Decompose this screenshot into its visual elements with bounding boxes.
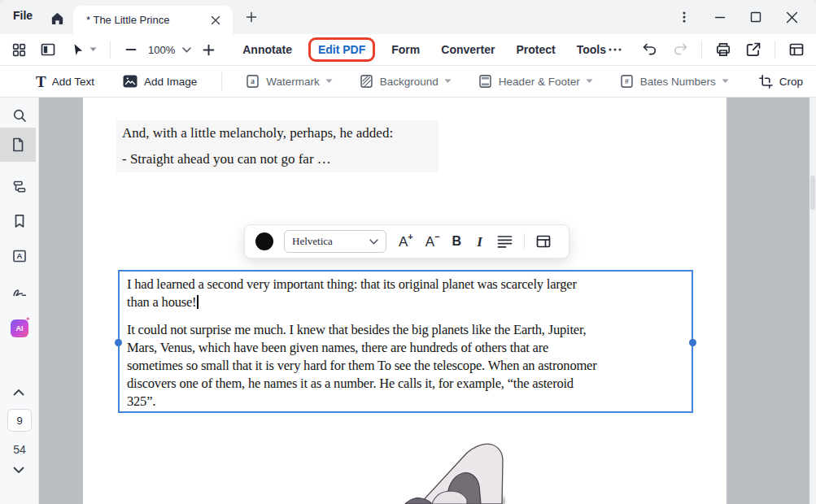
divider	[524, 233, 525, 250]
home-button[interactable]	[47, 8, 67, 28]
properties-panel-icon	[535, 233, 552, 250]
tab-edit-pdf[interactable]: Edit PDF	[308, 37, 375, 62]
tab-converter[interactable]: Converter	[441, 43, 495, 56]
resize-handle-left[interactable]	[115, 339, 122, 346]
tab-protect[interactable]: Protect	[516, 43, 555, 56]
grid-view-button[interactable]	[11, 42, 27, 58]
edit-toolbar: T Add Text Add Image a Watermark Backgro…	[0, 66, 816, 98]
search-button[interactable]	[11, 107, 28, 124]
current-page-input[interactable]: 9	[7, 409, 32, 432]
doc-text-line: 325”.	[127, 393, 684, 411]
watermark-icon: a	[245, 73, 260, 89]
minus-icon	[125, 44, 137, 55]
doc-text-line: - Straight ahead you can not go far …	[116, 146, 439, 172]
previous-page-button[interactable]	[13, 385, 26, 393]
crop-label: Crop	[779, 76, 803, 88]
sidebar-item-bookmarks[interactable]	[11, 213, 28, 229]
home-icon	[50, 11, 65, 26]
maximize-button[interactable]	[738, 0, 774, 34]
resize-handle-right[interactable]	[689, 339, 696, 346]
bates-numbers-icon: #	[619, 73, 635, 89]
doc-text-line: And, with a little melancholy, perhaps, …	[116, 120, 439, 146]
zoom-out-button[interactable]	[125, 44, 137, 55]
italic-button[interactable]: I	[477, 235, 482, 249]
crop-icon	[758, 74, 774, 89]
font-family-select[interactable]: Helvetica	[284, 230, 386, 253]
tab-annotate[interactable]: Annotate	[242, 43, 292, 56]
bates-numbers-button[interactable]: # Bates Numbers	[619, 73, 729, 89]
search-icon	[11, 107, 28, 124]
doc-text-line: sometimes so small that it is very hard …	[127, 357, 684, 375]
maximize-icon	[750, 11, 761, 23]
page-thumbnails-icon	[10, 137, 26, 153]
increase-font-button[interactable]: A+	[399, 235, 413, 249]
ai-icon: AI	[16, 324, 24, 332]
properties-panel-button[interactable]	[535, 233, 552, 250]
header-footer-button[interactable]: Header & Footer	[478, 73, 593, 89]
sparkle-icon: ✦	[25, 315, 31, 323]
zoom-dropdown-button[interactable]	[182, 47, 191, 53]
tab-tools[interactable]: Tools	[577, 43, 606, 56]
print-icon	[715, 41, 731, 58]
add-text-button[interactable]: T Add Text	[36, 74, 94, 89]
text-field-icon: A	[11, 248, 28, 264]
layout-panel-button[interactable]	[788, 41, 805, 58]
share-export-button[interactable]	[745, 41, 761, 58]
more-options-button[interactable]	[608, 47, 622, 52]
align-button[interactable]	[497, 235, 513, 249]
plus-icon	[203, 44, 215, 56]
tab-close-button[interactable]	[208, 13, 223, 28]
file-menu[interactable]: File	[13, 9, 33, 22]
main-toolbar: 100% Annotate Edit PDF Form Converter Pr…	[0, 34, 816, 66]
select-tool-button[interactable]	[71, 42, 97, 57]
close-window-button[interactable]	[774, 0, 809, 34]
signature-icon	[11, 284, 28, 300]
header-footer-icon	[478, 73, 493, 89]
chevron-down-icon	[369, 239, 378, 245]
document-tab[interactable]: * The Little Prince	[73, 6, 233, 34]
minimize-button[interactable]	[702, 0, 738, 34]
sidebar-item-signature[interactable]	[11, 284, 28, 300]
app-window: File * The Little Prince	[0, 0, 816, 504]
add-image-button[interactable]: Add Image	[122, 74, 197, 89]
total-pages-label: 54	[0, 443, 39, 456]
chevron-down-icon	[182, 47, 191, 53]
doc-text-line: discovers one of them, he names it as a …	[127, 375, 684, 393]
print-button[interactable]	[715, 41, 731, 58]
decrease-font-button[interactable]: A−	[425, 235, 440, 249]
pdf-page[interactable]: And, with a little melancholy, perhaps, …	[83, 98, 727, 504]
text-block-hover[interactable]: And, with a little melancholy, perhaps, …	[116, 120, 439, 172]
add-text-icon: T	[36, 74, 46, 89]
zoom-in-button[interactable]	[203, 44, 215, 56]
sidebar-item-outline[interactable]	[11, 179, 28, 195]
divider	[221, 72, 222, 90]
redo-button[interactable]	[672, 42, 688, 57]
new-tab-button[interactable]	[242, 8, 260, 26]
crop-button[interactable]: Crop	[758, 74, 803, 89]
sidebar-item-fields[interactable]: A	[11, 248, 28, 264]
minimize-icon	[714, 11, 726, 23]
more-horizontal-icon	[608, 47, 622, 52]
panel-toggle-button[interactable]	[40, 41, 56, 58]
background-button[interactable]: Background	[359, 73, 452, 89]
chevron-down-icon	[325, 79, 333, 84]
tab-form[interactable]: Form	[391, 43, 420, 56]
scrollbar-thumb[interactable]	[810, 176, 815, 210]
divider	[110, 41, 111, 59]
undo-button[interactable]	[642, 42, 658, 57]
left-sidebar: A AI ✦ 9 54	[0, 98, 39, 504]
chevron-down-icon	[722, 79, 729, 84]
font-color-swatch[interactable]	[255, 232, 273, 250]
selected-text-box[interactable]: I had learned a second very important th…	[118, 270, 693, 413]
bates-numbers-label: Bates Numbers	[640, 76, 716, 88]
plus-icon	[246, 11, 257, 23]
zoom-level[interactable]: 100%	[148, 44, 175, 56]
vertical-scrollbar[interactable]	[809, 98, 816, 504]
app-menu-button[interactable]	[666, 0, 702, 34]
format-toolbar: Helvetica A+ A− B I	[244, 224, 569, 259]
sidebar-item-pages-selected[interactable]	[0, 128, 36, 162]
bold-button[interactable]: B	[452, 235, 462, 248]
watermark-button[interactable]: a Watermark	[245, 73, 333, 89]
svg-text:#: #	[625, 77, 629, 85]
next-page-button[interactable]	[13, 463, 26, 471]
